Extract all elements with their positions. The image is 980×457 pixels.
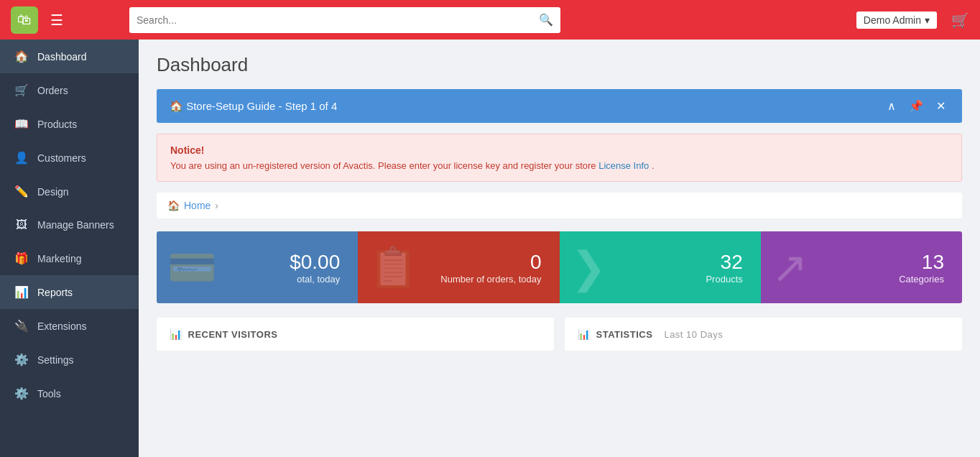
hamburger-menu[interactable]: ☰	[47, 8, 67, 32]
setup-pin-button[interactable]: 📌	[905, 98, 927, 114]
bottom-sections: 📊 RECENT VISITORS 📊 STATISTICS Last 10 D…	[157, 318, 962, 351]
recent-visitors-card: 📊 RECENT VISITORS	[157, 318, 554, 351]
statistics-subtitle: Last 10 Days	[664, 329, 723, 340]
breadcrumb-separator: ›	[215, 200, 218, 211]
orders-icon: 🛒	[14, 83, 29, 97]
notice-text: You are using an un-registered version o…	[170, 160, 948, 171]
sidebar-item-manage-banners[interactable]: 🖼 Manage Banners	[0, 208, 139, 241]
stat-value-products: 32	[721, 251, 743, 274]
sidebar-item-label: Reports	[37, 287, 73, 298]
stat-value-categories: 13	[922, 251, 944, 274]
page-title: Dashboard	[157, 54, 962, 76]
sidebar-item-label: Settings	[37, 354, 74, 366]
content-area: Dashboard 🏠 Store-Setup Guide - Step 1 o…	[139, 40, 980, 457]
sidebar-item-orders[interactable]: 🛒 Orders	[0, 73, 139, 107]
breadcrumb: 🏠 Home ›	[157, 193, 962, 218]
chevron-down-icon: ▾	[925, 14, 930, 26]
statistics-card: 📊 STATISTICS Last 10 Days	[565, 318, 962, 351]
notice-box: Notice! You are using an un-registered v…	[157, 134, 962, 182]
cart-icon[interactable]: 🛒	[951, 11, 969, 29]
stat-card-products[interactable]: ❯ 32 Products	[560, 231, 761, 303]
products-icon: 📖	[14, 117, 29, 131]
stat-label-categories: Categories	[899, 274, 944, 285]
dashboard-icon: 🏠	[14, 50, 29, 63]
stat-label-orders: Number of orders, today	[440, 274, 541, 285]
header-right: Demo Admin ▾ 🛒	[856, 11, 969, 29]
sidebar-item-extensions[interactable]: 🔌 Extensions	[0, 309, 139, 343]
statistics-header: 📊 STATISTICS Last 10 Days	[578, 328, 949, 340]
sidebar-item-settings[interactable]: ⚙️ Settings	[0, 343, 139, 377]
sidebar-item-label: Products	[37, 119, 77, 130]
sidebar-item-label: Extensions	[37, 320, 86, 332]
orders-bg-icon: 📋	[369, 244, 418, 291]
stat-label-products: Products	[706, 274, 742, 285]
search-area: 🔍	[129, 7, 560, 33]
stat-label-revenue: otal, today	[297, 274, 340, 285]
revenue-bg-icon: 💳	[167, 244, 217, 291]
sidebar-item-label: Customers	[37, 152, 86, 164]
sidebar-item-label: Manage Banners	[37, 219, 114, 231]
sidebar-item-label: Dashboard	[37, 51, 87, 63]
search-input[interactable]	[137, 14, 539, 26]
home-icon: 🏠	[167, 200, 180, 211]
sidebar: 🏠 Dashboard 🛒 Orders 📖 Products 👤 Custom…	[0, 40, 139, 457]
main-layout: 🏠 Dashboard 🛒 Orders 📖 Products 👤 Custom…	[0, 40, 980, 457]
recent-visitors-label: RECENT VISITORS	[188, 329, 278, 340]
sidebar-item-reports[interactable]: 📊 Reports	[0, 275, 139, 309]
logo-icon: 🛍	[11, 6, 38, 34]
notice-text-after: .	[652, 160, 655, 171]
sidebar-item-dashboard[interactable]: 🏠 Dashboard	[0, 40, 139, 73]
visitors-section-icon: 📊	[170, 328, 182, 340]
setup-guide-label: Store-Setup Guide - Step 1 of 4	[186, 100, 337, 112]
setup-guide-icon: 🏠	[170, 100, 186, 112]
notice-title: Notice!	[170, 144, 948, 156]
marketing-icon: 🎁	[14, 251, 29, 265]
notice-text-before: You are using an	[170, 160, 243, 171]
sidebar-item-products[interactable]: 📖 Products	[0, 107, 139, 141]
setup-collapse-button[interactable]: ∧	[884, 98, 900, 114]
extensions-icon: 🔌	[14, 319, 29, 333]
sidebar-item-label: Tools	[37, 388, 61, 400]
stat-value-revenue: $0.00	[290, 251, 340, 274]
notice-license-link[interactable]: License Info	[598, 160, 649, 171]
search-icon: 🔍	[539, 13, 553, 27]
sidebar-item-label: Marketing	[37, 253, 81, 264]
stats-section-icon: 📊	[578, 328, 591, 340]
banners-icon: 🖼	[14, 218, 29, 231]
stat-card-categories[interactable]: ↗ 13 Categories	[761, 231, 962, 303]
setup-guide-banner: 🏠 Store-Setup Guide - Step 1 of 4 ∧ 📌 ✕	[157, 89, 962, 123]
sidebar-item-design[interactable]: ✏️ Design	[0, 175, 139, 208]
settings-icon: ⚙️	[14, 353, 29, 366]
setup-close-button[interactable]: ✕	[933, 98, 949, 114]
stat-cards: 💳 $0.00 otal, today 📋 0 Number of orders…	[157, 231, 962, 303]
sidebar-item-customers[interactable]: 👤 Customers	[0, 141, 139, 175]
statistics-label: STATISTICS	[596, 329, 653, 340]
admin-label: Demo Admin	[864, 14, 921, 26]
sidebar-reports-area: 📊 Reports 🔗 Reports 🔗 Reset Reports 🔗 An…	[0, 275, 139, 309]
products-bg-icon: ❯	[570, 242, 606, 292]
recent-visitors-header: 📊 RECENT VISITORS	[170, 328, 541, 340]
top-header: 🛍 ☰ 🔍 Demo Admin ▾ 🛒	[0, 0, 980, 40]
sidebar-item-label: Design	[37, 186, 69, 198]
stat-value-orders: 0	[530, 251, 542, 274]
sidebar-item-tools[interactable]: ⚙️ Tools	[0, 377, 139, 410]
stat-card-orders[interactable]: 📋 0 Number of orders, today	[358, 231, 559, 303]
admin-dropdown[interactable]: Demo Admin ▾	[856, 11, 937, 29]
sidebar-item-marketing[interactable]: 🎁 Marketing	[0, 241, 139, 275]
categories-bg-icon: ↗	[772, 242, 808, 292]
design-icon: ✏️	[14, 185, 29, 198]
logo-area: 🛍 ☰	[11, 6, 115, 34]
setup-guide-text: 🏠 Store-Setup Guide - Step 1 of 4	[170, 100, 884, 113]
reports-icon: 📊	[14, 285, 29, 299]
tools-icon: ⚙️	[14, 387, 29, 400]
setup-guide-actions: ∧ 📌 ✕	[884, 98, 949, 114]
sidebar-item-label: Orders	[37, 85, 68, 96]
breadcrumb-home[interactable]: Home	[184, 200, 211, 211]
stat-card-revenue[interactable]: 💳 $0.00 otal, today	[157, 231, 358, 303]
customers-icon: 👤	[14, 151, 29, 165]
notice-text-highlight: un-registered version of Avactis. Please…	[243, 160, 596, 171]
